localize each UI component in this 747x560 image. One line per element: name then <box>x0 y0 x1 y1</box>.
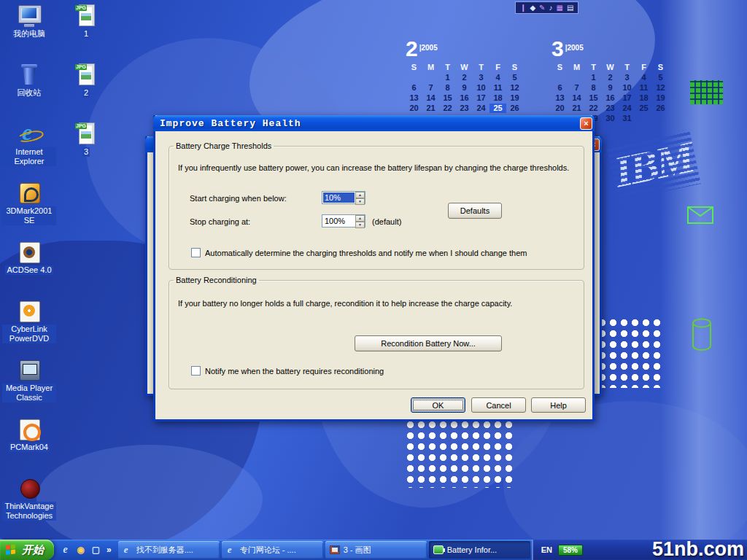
task-label: 找不到服务器.... <box>136 545 193 556</box>
desktop-icon-label: ACDSee 4.0 <box>5 265 53 275</box>
acdsee-icon <box>17 241 42 264</box>
desktop-icon-label: ThinkVantage Technologies <box>2 502 56 521</box>
spinner-down-icon[interactable]: ▼ <box>355 222 365 228</box>
desktop-icon-label: 3 <box>82 147 90 157</box>
mpc-icon <box>17 359 42 382</box>
taskbar-button-paint[interactable]: 3 - 画图 <box>325 541 427 559</box>
jpg-icon: JPG <box>74 63 98 87</box>
desktop-icon-label: 我的电脑 <box>12 29 47 39</box>
group-title: Battery Charge Thresholds <box>174 141 274 150</box>
desktop-icon-label: Internet Explorer <box>2 147 56 166</box>
desktop-icon-mpc[interactable]: Media Player Classic <box>1 357 57 416</box>
spinner-up-icon[interactable]: ▲ <box>355 192 365 198</box>
notify-reconditioning-checkbox[interactable] <box>191 366 201 376</box>
windows-flag-icon <box>6 544 18 556</box>
desktop-icon-thinkvantage[interactable]: ThinkVantage Technologies <box>1 475 57 534</box>
jpg-badge: JPG <box>75 123 87 129</box>
jpg-icon: JPG <box>74 4 98 28</box>
sound-icon[interactable]: ♪ <box>549 2 552 13</box>
notify-reconditioning-label: Notify me when the battery requires reco… <box>205 367 384 376</box>
desktop-icon-label: CyberLink PowerDVD <box>2 324 56 343</box>
task-label: 专门网论坛 - .... <box>240 545 296 556</box>
task-label: 3 - 画图 <box>344 545 371 556</box>
close-icon[interactable]: × <box>580 117 592 130</box>
taskbar-button-ie[interactable]: 专门网论坛 - .... <box>222 541 323 559</box>
auto-determine-label: Automatically determine the charging thr… <box>205 249 527 257</box>
reconditioning-description: If your battery no longer holds a full c… <box>178 299 578 308</box>
desktop-icon-my-computer[interactable]: 我的电脑 <box>1 3 57 62</box>
dialog-body: Battery Charge Thresholds If you infrequ… <box>155 131 592 419</box>
help-button[interactable]: Help <box>531 397 586 413</box>
powerdvd-icon <box>17 300 42 323</box>
desktop-icon-label: 2 <box>82 88 90 98</box>
taskbar: 开始 e◉▢» 找不到服务器....专门网论坛 - ....3 - 画图Batt… <box>0 540 747 560</box>
battery-icon <box>433 545 444 554</box>
desktop-icon-label: 1 <box>82 29 90 39</box>
dialog-titlebar[interactable]: Improve Battery Health × <box>153 115 595 131</box>
ie-icon <box>17 122 42 146</box>
paint-icon <box>330 545 340 554</box>
spinner-down-icon[interactable]: ▼ <box>355 198 365 205</box>
desktop-icon-recycle-bin[interactable]: 回收站 <box>1 62 57 121</box>
media-player-quick-launch-icon[interactable]: ◉ <box>74 545 87 556</box>
improve-battery-health-dialog: Improve Battery Health × Battery Charge … <box>153 115 595 421</box>
show-desktop-icon[interactable]: ▢ <box>90 545 102 556</box>
pcmark-icon <box>17 418 42 441</box>
ie-quick-launch-icon[interactable]: e <box>59 544 71 556</box>
quick-launch-overflow-icon[interactable]: » <box>105 545 112 555</box>
start-threshold-spinner[interactable]: 10% ▲▼ <box>322 191 365 204</box>
start-threshold-value[interactable]: 10% <box>323 192 355 203</box>
language-indicator[interactable]: EN <box>541 545 552 554</box>
threedmark-icon <box>17 182 42 205</box>
desktop-icon-acdsee[interactable]: ACDSee 4.0 <box>1 239 57 298</box>
taskbar-button-battery[interactable]: Battery Infor... <box>429 541 530 559</box>
auto-determine-checkbox[interactable] <box>191 248 201 257</box>
desktop-icon-jpg[interactable]: JPG3 <box>58 121 114 180</box>
language-bar[interactable]: ❙◆✎♪▦▤ <box>515 1 578 14</box>
stop-threshold-spinner[interactable]: 100% ▲▼ <box>322 214 365 228</box>
battery-reconditioning-group: Battery Reconditioning If your battery n… <box>169 276 584 389</box>
spinner-buttons: ▲▼ <box>355 192 365 203</box>
jpg-badge: JPG <box>75 64 87 70</box>
notify-reconditioning-row: Notify me when the battery requires reco… <box>191 366 384 376</box>
jpg-icon: JPG <box>74 122 98 146</box>
desktop-icon-threedmark[interactable]: 3DMark2001 SE <box>1 180 57 239</box>
my-computer-icon <box>17 4 42 28</box>
defaults-button[interactable]: Defaults <box>448 203 502 219</box>
keyboard-icon[interactable]: ▦ <box>556 2 562 13</box>
ok-button[interactable]: OK <box>411 397 465 413</box>
ie-icon <box>226 545 236 554</box>
ime-mode-icon[interactable]: ◆ <box>530 2 535 13</box>
task-label: Battery Infor... <box>447 545 497 554</box>
thresholds-description: If you infrequently use battery power, y… <box>178 163 578 172</box>
desktop-icon-label: PCMark04 <box>9 443 50 452</box>
desktop-icon-jpg[interactable]: JPG1 <box>58 3 114 62</box>
cancel-button[interactable]: Cancel <box>471 397 526 413</box>
start-charging-label: Start charging when below: <box>190 194 287 203</box>
desktop-icon-jpg[interactable]: JPG2 <box>58 62 114 121</box>
recondition-battery-button[interactable]: Recondition Battery Now... <box>355 335 502 351</box>
spinner-up-icon[interactable]: ▲ <box>355 215 365 222</box>
thinkvantage-icon <box>17 477 42 500</box>
battery-charge-thresholds-group: Battery Charge Thresholds If you infrequ… <box>169 141 584 270</box>
desktop-icon-pcmark[interactable]: PCMark04 <box>1 416 57 475</box>
default-note: (default) <box>372 217 401 226</box>
menu-icon[interactable]: ▤ <box>567 2 573 13</box>
desktop-icon-ie[interactable]: Internet Explorer <box>1 121 57 180</box>
battery-meter[interactable]: 58% <box>558 545 583 556</box>
dialog-title: Improve Battery Health <box>160 118 580 129</box>
stop-threshold-value[interactable]: 100% <box>323 216 355 226</box>
taskbar-tasks: 找不到服务器....专门网论坛 - ....3 - 画图Battery Info… <box>117 540 532 560</box>
desktop-icon-powerdvd[interactable]: CyberLink PowerDVD <box>1 298 57 357</box>
jpg-badge: JPG <box>75 5 87 11</box>
grip-icon[interactable]: ❙ <box>520 2 526 13</box>
desktop-icon-label: Media Player Classic <box>2 384 56 402</box>
taskbar-button-ie[interactable]: 找不到服务器.... <box>118 541 220 559</box>
start-button[interactable]: 开始 <box>0 540 54 560</box>
watermark: 51nb.com <box>652 538 744 560</box>
pen-icon[interactable]: ✎ <box>539 2 545 13</box>
ie-icon <box>123 545 133 554</box>
stop-charging-label: Stop charging at: <box>190 217 250 226</box>
recycle-bin-icon <box>17 63 42 87</box>
quick-launch-bar: e◉▢» <box>54 540 117 560</box>
